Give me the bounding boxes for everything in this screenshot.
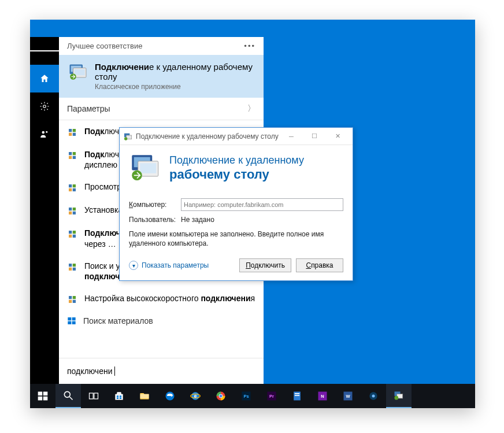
svg-rect-33 — [73, 296, 76, 299]
user-label: Пользователь: — [129, 216, 175, 224]
hamburger-button[interactable] — [30, 37, 59, 65]
photoshop-button[interactable]: Ps — [234, 384, 259, 408]
svg-rect-36 — [68, 317, 71, 320]
svg-rect-49 — [43, 392, 48, 396]
word-button[interactable]: W — [335, 384, 361, 408]
people-button[interactable] — [30, 120, 59, 148]
store-button[interactable] — [106, 384, 132, 408]
svg-rect-15 — [73, 156, 76, 159]
more-icon[interactable]: ••• — [244, 42, 255, 50]
svg-text:e: e — [194, 393, 197, 399]
svg-point-62 — [220, 395, 223, 398]
connect-button[interactable]: Подключить — [239, 258, 291, 272]
svg-point-42 — [124, 137, 127, 140]
best-match-item[interactable]: Подключение к удаленному рабочему столу … — [59, 55, 264, 98]
svg-rect-26 — [69, 235, 72, 238]
svg-rect-28 — [69, 264, 72, 267]
premiere-button[interactable]: Pr — [259, 384, 284, 408]
windows-logo-icon — [37, 390, 49, 402]
gear-icon — [39, 101, 50, 112]
svg-point-1 — [42, 131, 45, 134]
onenote-button[interactable]: N — [310, 384, 335, 408]
taskview-button[interactable] — [81, 384, 106, 408]
svg-text:N: N — [321, 394, 324, 399]
show-options-toggle[interactable]: ▾ Показать параметры — [129, 261, 209, 270]
app2-button[interactable] — [361, 384, 386, 408]
settings-item-icon — [67, 206, 77, 216]
search-text: подключени — [67, 367, 115, 376]
svg-rect-35 — [73, 300, 76, 303]
svg-rect-9 — [73, 129, 76, 132]
chevron-down-icon: ▾ — [129, 261, 138, 270]
computer-input[interactable] — [181, 198, 343, 211]
rdp-title-text: Подключение к удаленному рабочему столу — [136, 132, 279, 140]
settings-button[interactable] — [30, 92, 59, 120]
rdp-taskbar-button[interactable] — [386, 384, 412, 408]
chrome-button[interactable] — [208, 384, 234, 408]
ps-icon: Ps — [240, 390, 252, 402]
svg-point-78 — [395, 396, 399, 400]
best-match-header: Лучшее соответствие ••• — [59, 37, 264, 55]
svg-text:Pr: Pr — [269, 394, 274, 399]
settings-item-icon — [67, 127, 77, 138]
svg-rect-11 — [73, 133, 76, 136]
svg-rect-10 — [69, 133, 72, 136]
web-section[interactable]: Поиск материалов — [59, 310, 264, 331]
taskview-icon — [88, 390, 99, 402]
start-button[interactable] — [30, 384, 55, 408]
rdp-window: Подключение к удаленному рабочему столу … — [119, 127, 353, 281]
settings-item-icon — [67, 229, 77, 239]
svg-point-2 — [46, 131, 47, 133]
settings-item-icon — [67, 150, 77, 161]
result-item[interactable]: Настройка высокоскоростного подключения — [59, 287, 264, 310]
svg-rect-50 — [38, 397, 43, 401]
home-icon — [39, 73, 50, 84]
help-button[interactable]: Справка — [296, 258, 343, 272]
svg-rect-13 — [73, 152, 76, 155]
word-icon: W — [342, 390, 354, 402]
ie-button[interactable]: e — [183, 384, 208, 408]
settings-item-icon — [67, 294, 77, 305]
minimize-button[interactable]: ─ — [280, 128, 303, 145]
result-item-text: Настройка высокоскоростного подключения — [84, 293, 255, 304]
svg-rect-32 — [69, 296, 72, 299]
home-button[interactable] — [30, 65, 59, 92]
search-taskbar-button[interactable] — [55, 384, 81, 408]
svg-rect-19 — [73, 188, 76, 191]
svg-rect-31 — [73, 268, 76, 271]
svg-point-52 — [64, 391, 70, 397]
edge-icon — [164, 390, 176, 402]
close-button[interactable]: ✕ — [326, 128, 349, 145]
svg-rect-69 — [295, 395, 299, 396]
svg-point-75 — [372, 395, 375, 398]
best-match-text: Подключение к удаленному рабочему столу … — [95, 62, 255, 91]
pr-icon: Pr — [266, 390, 277, 402]
svg-rect-23 — [73, 212, 76, 214]
settings-section[interactable]: Параметры 〉 — [59, 98, 264, 120]
svg-rect-25 — [73, 231, 76, 234]
chrome-icon — [215, 390, 227, 402]
edge-button[interactable] — [157, 384, 183, 408]
settings-item-icon — [67, 262, 77, 272]
onenote-icon: N — [317, 390, 328, 402]
rdp-app-icon — [67, 62, 88, 83]
rdp-big-icon — [129, 152, 161, 184]
explorer-button[interactable] — [132, 384, 157, 408]
maximize-button[interactable]: ☐ — [303, 128, 326, 145]
svg-rect-29 — [73, 264, 76, 267]
app1-button[interactable] — [284, 384, 310, 408]
svg-rect-12 — [69, 152, 72, 155]
svg-rect-38 — [68, 321, 71, 324]
computer-label: Компьютер: — [129, 201, 175, 209]
svg-rect-14 — [69, 156, 72, 159]
svg-rect-51 — [43, 397, 48, 401]
svg-rect-6 — [75, 69, 85, 76]
svg-rect-30 — [69, 268, 72, 271]
rdp-titlebar[interactable]: Подключение к удаленному рабочему столу … — [120, 128, 353, 145]
svg-rect-21 — [73, 208, 76, 210]
rdp-header-text: Подключение к удаленному рабочему столу — [169, 154, 304, 182]
svg-text:Ps: Ps — [243, 394, 249, 399]
user-value: Не задано — [181, 216, 214, 224]
search-box[interactable]: подключени — [59, 358, 264, 384]
svg-rect-46 — [140, 163, 156, 173]
